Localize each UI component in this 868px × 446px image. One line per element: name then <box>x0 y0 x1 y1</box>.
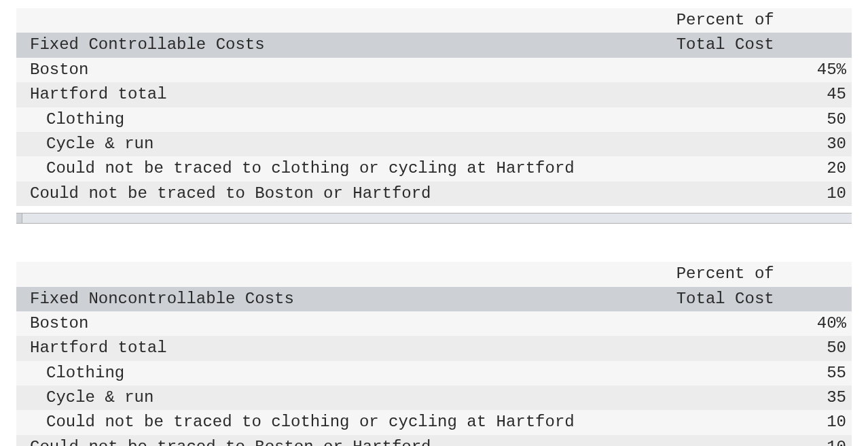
table-gap <box>16 224 852 262</box>
row-value: 45% <box>676 58 852 82</box>
table-title: Fixed Controllable Costs <box>16 33 676 57</box>
row-label: Clothing <box>16 361 676 385</box>
row-value: 20 <box>676 156 852 181</box>
row-value: 50 <box>676 336 852 360</box>
row-value: 40% <box>676 311 852 336</box>
table-row: Boston 40% <box>16 311 852 336</box>
table-row: Boston 45% <box>16 58 852 82</box>
value-header-line1: Percent of <box>676 8 852 33</box>
row-label: Could not be traced to Boston or Hartfor… <box>16 182 676 206</box>
row-label: Hartford total <box>16 336 676 360</box>
row-label: Cycle & run <box>16 385 676 410</box>
row-label: Clothing <box>16 107 676 132</box>
table-row: Cycle & run 35 <box>16 385 852 410</box>
table-row: Clothing 50 <box>16 107 852 132</box>
header-blank <box>16 262 676 286</box>
row-value: 30 <box>676 132 852 156</box>
value-header-line2: Total Cost <box>676 287 852 311</box>
row-value: 55 <box>676 361 852 385</box>
row-label: Boston <box>16 58 676 82</box>
value-header-line1: Percent of <box>676 262 852 286</box>
row-value: 50 <box>676 107 852 132</box>
table-header-main: Fixed Noncontrollable Costs Total Cost <box>16 287 852 311</box>
noncontrollable-costs-table: Percent of Fixed Noncontrollable Costs T… <box>16 262 852 446</box>
row-label: Hartford total <box>16 82 676 107</box>
row-label: Boston <box>16 311 676 336</box>
row-value: 45 <box>676 82 852 107</box>
table-header-top: Percent of <box>16 262 852 286</box>
row-label: Could not be traced to clothing or cycli… <box>16 156 676 181</box>
table-row: Cycle & run 30 <box>16 132 852 156</box>
table-row: Could not be traced to Boston or Hartfor… <box>16 435 852 446</box>
table-row: Could not be traced to Boston or Hartfor… <box>16 182 852 206</box>
table-row: Hartford total 45 <box>16 82 852 107</box>
header-blank <box>16 8 676 33</box>
table-row: Clothing 55 <box>16 361 852 385</box>
row-label: Cycle & run <box>16 132 676 156</box>
row-value: 35 <box>676 385 852 410</box>
table-row: Hartford total 50 <box>16 336 852 360</box>
table-row: Could not be traced to clothing or cycli… <box>16 410 852 434</box>
table-title: Fixed Noncontrollable Costs <box>16 287 676 311</box>
row-label: Could not be traced to Boston or Hartfor… <box>16 435 676 446</box>
horizontal-scrollbar[interactable] <box>16 213 852 224</box>
table-header-main: Fixed Controllable Costs Total Cost <box>16 33 852 57</box>
value-header-line2: Total Cost <box>676 33 852 57</box>
table-header-top: Percent of <box>16 8 852 33</box>
row-value: 10 <box>676 410 852 434</box>
table-row: Could not be traced to clothing or cycli… <box>16 156 852 181</box>
row-value: 10 <box>676 182 852 206</box>
page: Percent of Fixed Controllable Costs Tota… <box>0 0 868 446</box>
row-value: 10 <box>676 435 852 446</box>
row-label: Could not be traced to clothing or cycli… <box>16 410 676 434</box>
controllable-costs-table: Percent of Fixed Controllable Costs Tota… <box>16 8 852 206</box>
